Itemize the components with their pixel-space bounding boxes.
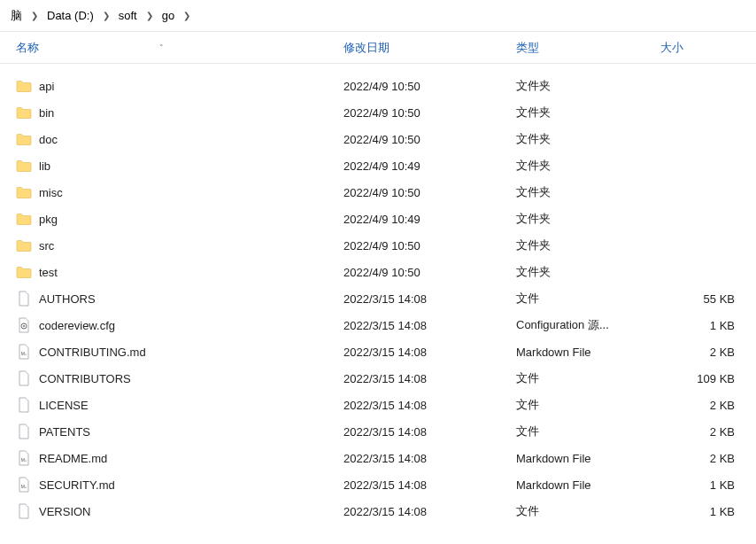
breadcrumb-item[interactable]: soft <box>115 7 141 24</box>
column-header-type[interactable]: 类型 <box>509 35 653 61</box>
table-row[interactable]: CONTRIBUTORS2022/3/15 14:08文件109 KB <box>0 365 756 392</box>
chevron-right-icon[interactable]: ❯ <box>178 11 196 20</box>
folder-icon <box>16 158 32 174</box>
file-name: lib <box>39 159 50 173</box>
file-name-cell: bin <box>9 105 336 120</box>
file-name: SECURITY.md <box>39 478 115 492</box>
folder-icon <box>16 184 32 200</box>
column-header-date[interactable]: 修改日期 <box>336 35 509 61</box>
file-date: 2022/3/15 14:08 <box>336 292 509 306</box>
breadcrumb-item[interactable]: go <box>158 7 178 24</box>
file-type: Markdown File <box>509 478 653 492</box>
file-name-cell: VERSION <box>9 503 336 519</box>
breadcrumb[interactable]: 脑 ❯ Data (D:) ❯ soft ❯ go ❯ <box>0 0 756 32</box>
file-size: 1 KB <box>653 478 742 492</box>
file-name: codereview.cfg <box>39 319 115 332</box>
file-type: 文件夹 <box>509 237 653 253</box>
file-name-cell: codereview.cfg <box>9 317 336 333</box>
file-type: 文件 <box>509 503 653 519</box>
file-name: PATENTS <box>39 425 90 439</box>
table-row[interactable]: codereview.cfg2022/3/15 14:08Configurati… <box>0 312 756 338</box>
file-name-cell: test <box>9 264 336 280</box>
file-icon <box>16 397 32 413</box>
file-type: 文件夹 <box>509 184 653 200</box>
file-type: 文件夹 <box>509 158 653 174</box>
file-size: 2 KB <box>653 399 742 412</box>
table-row[interactable]: PATENTS2022/3/15 14:08文件2 KB <box>0 418 756 445</box>
file-name-cell: doc <box>9 131 336 147</box>
file-name-cell: M↓README.md <box>9 450 336 466</box>
markdown-file-icon: M↓ <box>16 450 32 466</box>
table-row[interactable]: M↓CONTRIBUTING.md2022/3/15 14:08Markdown… <box>0 338 756 365</box>
file-icon <box>16 370 32 386</box>
file-size: 1 KB <box>653 505 742 518</box>
file-name: LICENSE <box>39 399 89 412</box>
table-row[interactable]: VERSION2022/3/15 14:08文件1 KB <box>0 498 756 525</box>
file-name-cell: CONTRIBUTORS <box>9 370 336 386</box>
table-row[interactable]: M↓SECURITY.md2022/3/15 14:08Markdown Fil… <box>0 471 756 498</box>
table-row[interactable]: LICENSE2022/3/15 14:08文件2 KB <box>0 392 756 418</box>
file-name-cell: M↓SECURITY.md <box>9 477 336 493</box>
file-size: 2 KB <box>653 425 742 439</box>
folder-icon <box>16 264 32 280</box>
file-size: 55 KB <box>653 292 742 306</box>
file-type: 文件夹 <box>509 211 653 227</box>
file-date: 2022/4/9 10:49 <box>336 213 509 226</box>
file-name: CONTRIBUTING.md <box>39 346 146 359</box>
file-name-cell: M↓CONTRIBUTING.md <box>9 344 336 360</box>
table-row[interactable]: AUTHORS2022/3/15 14:08文件55 KB <box>0 285 756 312</box>
file-date: 2022/3/15 14:08 <box>336 372 509 385</box>
file-type: Markdown File <box>509 452 653 465</box>
svg-text:M↓: M↓ <box>21 457 27 462</box>
file-size: 2 KB <box>653 452 742 465</box>
file-name: bin <box>39 106 54 120</box>
file-name: AUTHORS <box>39 292 96 306</box>
file-size: 109 KB <box>653 372 742 385</box>
file-name-cell: PATENTS <box>9 424 336 439</box>
file-name-cell: LICENSE <box>9 397 336 413</box>
file-name: VERSION <box>39 505 91 518</box>
file-name: test <box>39 266 58 279</box>
file-type: 文件 <box>509 291 653 307</box>
file-icon <box>16 424 32 439</box>
table-row[interactable]: pkg2022/4/9 10:49文件夹 <box>0 206 756 232</box>
file-date: 2022/4/9 10:50 <box>336 239 509 253</box>
sort-indicator-icon: ˄ <box>159 43 164 52</box>
file-type: 文件 <box>509 424 653 439</box>
file-icon <box>16 291 32 307</box>
file-type: 文件 <box>509 370 653 386</box>
file-type: 文件夹 <box>509 105 653 120</box>
file-type: 文件 <box>509 397 653 413</box>
file-date: 2022/4/9 10:50 <box>336 266 509 279</box>
file-type: Configuration 源... <box>509 317 653 333</box>
column-header-label: 名称 <box>16 40 39 56</box>
file-icon <box>16 503 32 519</box>
table-row[interactable]: lib2022/4/9 10:49文件夹 <box>0 152 756 179</box>
file-name: pkg <box>39 213 58 226</box>
file-type: 文件夹 <box>509 264 653 280</box>
breadcrumb-item[interactable]: Data (D:) <box>43 7 97 24</box>
breadcrumb-item[interactable]: 脑 <box>7 6 26 26</box>
svg-text:M↓: M↓ <box>21 351 27 356</box>
config-file-icon <box>16 317 32 333</box>
column-header-name[interactable]: 名称 ˄ <box>9 35 336 61</box>
file-type: Markdown File <box>509 346 653 359</box>
file-date: 2022/3/15 14:08 <box>336 505 509 518</box>
file-name-cell: misc <box>9 184 336 200</box>
column-header-size[interactable]: 大小 <box>653 35 742 61</box>
chevron-right-icon[interactable]: ❯ <box>97 11 115 20</box>
table-row[interactable]: test2022/4/9 10:50文件夹 <box>0 259 756 285</box>
folder-icon <box>16 211 32 227</box>
table-row[interactable]: src2022/4/9 10:50文件夹 <box>0 232 756 259</box>
file-date: 2022/3/15 14:08 <box>336 399 509 412</box>
svg-point-1 <box>23 325 25 327</box>
table-row[interactable]: bin2022/4/9 10:50文件夹 <box>0 99 756 126</box>
chevron-right-icon[interactable]: ❯ <box>26 11 43 20</box>
file-type: 文件夹 <box>509 131 653 147</box>
table-row[interactable]: api2022/4/9 10:50文件夹 <box>0 73 756 99</box>
chevron-right-icon[interactable]: ❯ <box>141 11 158 20</box>
table-row[interactable]: misc2022/4/9 10:50文件夹 <box>0 179 756 206</box>
table-row[interactable]: M↓README.md2022/3/15 14:08Markdown File2… <box>0 445 756 471</box>
file-name: doc <box>39 133 58 146</box>
table-row[interactable]: doc2022/4/9 10:50文件夹 <box>0 126 756 152</box>
